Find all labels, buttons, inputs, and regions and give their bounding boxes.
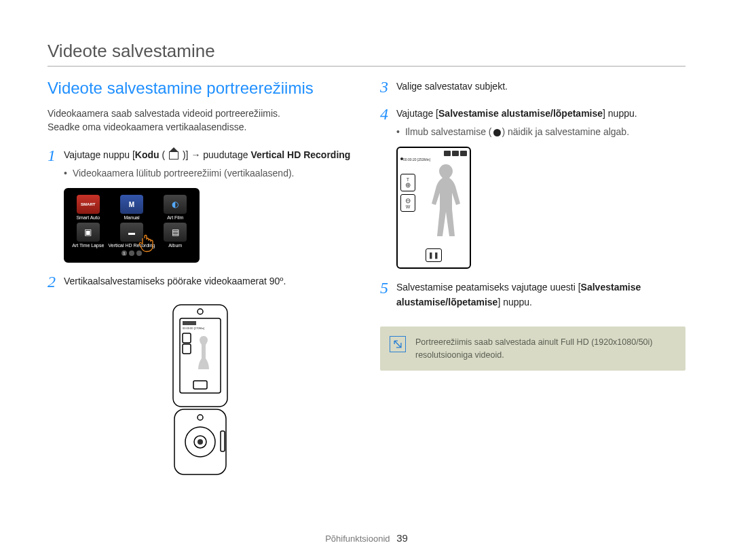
portrait-screen-illustration: 00:00:20 [253Min] T ⊕ ⊖ W ❚❚ xyxy=(396,147,471,269)
bullet-icon: • xyxy=(396,126,400,137)
label-album: Album xyxy=(168,243,182,248)
app-art-time: Art Time Lapse xyxy=(69,223,107,248)
step-2-body: Vertikaalsalvestamiseks pöörake videokaa… xyxy=(64,274,353,288)
time-label: 00:00:20 [253Min] xyxy=(403,157,430,162)
footer: Põhifunktsioonid 39 xyxy=(0,532,733,544)
step1-vhd: Vertical HD Recording xyxy=(250,149,350,160)
label-art-film: Art Film xyxy=(167,215,183,220)
step5-post: ] nuppu. xyxy=(497,297,532,307)
svg-point-11 xyxy=(198,439,203,445)
label-manual: Manual xyxy=(124,215,140,220)
svg-rect-3 xyxy=(183,321,196,325)
zoom-w-label: W xyxy=(406,204,411,209)
note-icon xyxy=(390,336,406,352)
step4-bold: Salvestamise alustamise/lõpetamise xyxy=(438,108,603,119)
footer-label: Põhifunktsioonid xyxy=(325,534,390,544)
record-dot-icon xyxy=(493,129,501,136)
step4-bullet-pre: Ilmub salvestamise ( xyxy=(405,126,492,137)
app-manual: Manual xyxy=(109,195,155,220)
step5-pre: Salvestamise peatamiseks vajutage uuesti… xyxy=(396,282,581,293)
touch-hand-icon xyxy=(138,233,159,256)
step-2: 2 Vertikaalsalvestamiseks pöörake videok… xyxy=(48,274,353,290)
step-1-bullet: • Videokaamera lülitub portreerežiimi (v… xyxy=(64,168,353,179)
title-divider xyxy=(48,66,685,67)
step1-mid: ( xyxy=(159,149,168,160)
step-1: 1 Vajutage nuppu [Kodu ( )] → puudutage … xyxy=(48,147,353,164)
app-album: Album xyxy=(156,223,194,248)
person-silhouette xyxy=(429,162,463,243)
step-number-5: 5 xyxy=(380,280,396,296)
step-number-3: 3 xyxy=(380,79,396,95)
bullet-icon: • xyxy=(64,168,67,179)
step-3-body: Valige salvestatav subjekt. xyxy=(396,79,685,94)
step-4: 4 Vajutage [Salvestamise alustamise/lõpe… xyxy=(380,106,685,122)
zoom-out-button: ⊖ W xyxy=(400,194,415,212)
left-column: Videote salvestamine portreerežiimis Vid… xyxy=(48,79,353,479)
page-dot-1: 1 xyxy=(121,250,127,256)
step4-bullet-post: ) näidik ja salvestamine algab. xyxy=(502,126,630,137)
section-title: Videote salvestamine portreerežiimis xyxy=(48,79,353,98)
step1-kodu: Kodu xyxy=(135,149,159,160)
intro-line-1: Videokaamera saab salvestada videoid por… xyxy=(48,108,280,119)
step1-puudutage: puudutage xyxy=(200,149,250,160)
step-1-body: Vajutage nuppu [Kodu ( )] → puudutage Ve… xyxy=(64,147,353,162)
zoom-in-button: T ⊕ xyxy=(400,174,415,191)
app-smart-auto: Smart Auto xyxy=(69,195,107,220)
zoom-out-icon: ⊖ xyxy=(405,198,411,204)
zoom-controls: T ⊕ ⊖ W xyxy=(400,174,415,212)
step-5: 5 Salvestamise peatamiseks vajutage uues… xyxy=(380,280,685,310)
step-3: 3 Valige salvestatav subjekt. xyxy=(380,79,685,95)
step-4-body: Vajutage [Salvestamise alustamise/lõpeta… xyxy=(396,106,685,121)
note-text: Portreerežiimis saab salvestada ainult F… xyxy=(415,336,676,362)
intro-text: Videokaamera saab salvestada videoid por… xyxy=(48,107,353,134)
step-4-bullet: • Ilmub salvestamise () näidik ja salves… xyxy=(396,126,685,137)
step1-after-icon: )] xyxy=(180,149,191,160)
zoom-in-icon: ⊕ xyxy=(405,182,411,189)
pause-button: ❚❚ xyxy=(426,248,442,262)
step-number-2: 2 xyxy=(48,274,64,290)
note-box: Portreerežiimis saab salvestada ainult F… xyxy=(380,326,685,371)
page-dot-2 xyxy=(129,250,134,256)
intro-line-2: Seadke oma videokaamera vertikaalasendis… xyxy=(48,122,246,132)
label-art-time: Art Time Lapse xyxy=(72,243,104,248)
page-title: Videote salvestamine xyxy=(48,41,685,62)
right-column: 3 Valige salvestatav subjekt. 4 Vajutage… xyxy=(380,79,685,479)
svg-text:00:00:00 [270Min]: 00:00:00 [270Min] xyxy=(183,326,204,330)
step1-bullet-text: Videokaamera lülitub portreerežiimi (ver… xyxy=(73,168,295,179)
home-icon xyxy=(169,151,178,160)
step-number-4: 4 xyxy=(380,106,396,122)
page-indicator: 1 xyxy=(69,250,194,256)
step1-text-pre: Vajutage nuppu [ xyxy=(64,149,135,160)
home-screen-illustration: Smart Auto Manual Art Film Art Time Laps… xyxy=(64,188,200,263)
camera-illustration: 00:00:00 [270Min] xyxy=(159,302,241,479)
arrow-icon: → xyxy=(191,149,200,160)
app-art-film: Art Film xyxy=(156,195,194,220)
step4-post: ] nuppu. xyxy=(603,108,637,119)
footer-page-number: 39 xyxy=(396,532,408,544)
label-smart-auto: Smart Auto xyxy=(76,215,100,220)
step-number-1: 1 xyxy=(48,147,64,164)
top-status-icons xyxy=(444,151,467,156)
step4-pre: Vajutage [ xyxy=(396,108,438,119)
step-5-body: Salvestamise peatamiseks vajutage uuesti… xyxy=(396,280,685,310)
